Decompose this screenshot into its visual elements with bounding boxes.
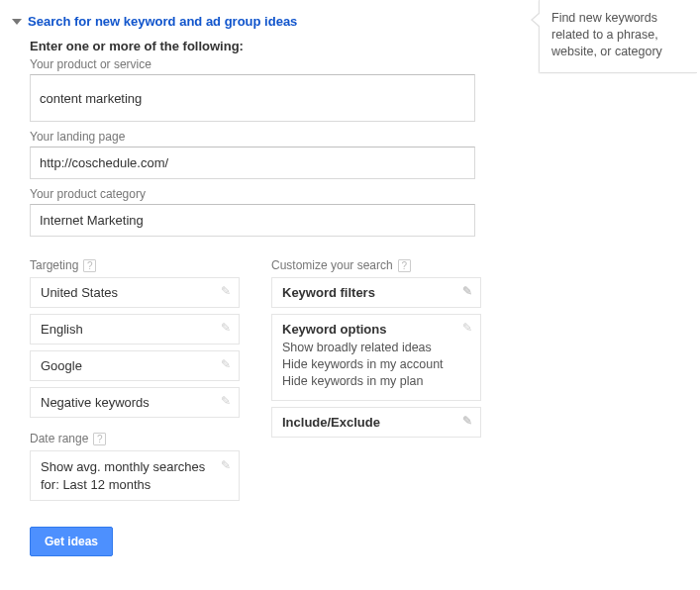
targeting-location-value: United States <box>41 285 118 300</box>
help-icon[interactable]: ? <box>398 259 411 272</box>
include-exclude-label: Include/Exclude <box>282 415 380 430</box>
targeting-network-value: Google <box>41 358 82 373</box>
help-icon[interactable]: ? <box>83 259 96 272</box>
keyword-options-line2: Hide keywords in my account <box>282 357 470 371</box>
customize-section-label: Customize your search ? <box>271 258 481 272</box>
keyword-options-title: Keyword options <box>282 322 470 337</box>
keyword-filters-box[interactable]: Keyword filters ✎ <box>271 277 481 308</box>
keyword-options-line1: Show broadly related ideas <box>282 341 470 354</box>
date-range-section-label: Date range ? <box>30 432 240 445</box>
date-range-line2: for: Last 12 months <box>41 476 229 494</box>
targeting-language-value: English <box>41 322 83 337</box>
targeting-section-label: Targeting ? <box>30 258 240 272</box>
landing-label: Your landing page <box>30 130 513 144</box>
category-label: Your product category <box>30 187 513 201</box>
date-range-line1: Show avg. monthly searches <box>41 458 229 476</box>
collapse-triangle-icon <box>12 19 22 25</box>
targeting-location[interactable]: United States ✎ <box>30 277 240 308</box>
help-icon[interactable]: ? <box>93 433 106 445</box>
keyword-filters-label: Keyword filters <box>282 285 375 300</box>
pencil-icon: ✎ <box>221 394 231 408</box>
pencil-icon: ✎ <box>221 321 231 335</box>
customize-label-text: Customize your search <box>271 258 393 272</box>
instruction-text: Enter one or more of the following: <box>30 39 513 53</box>
keyword-options-box[interactable]: ✎ Keyword options Show broadly related i… <box>271 314 481 401</box>
landing-input[interactable] <box>30 147 475 179</box>
section-title: Search for new keyword and ad group idea… <box>28 14 297 29</box>
section-header[interactable]: Search for new keyword and ad group idea… <box>12 14 513 29</box>
targeting-label-text: Targeting <box>30 258 78 272</box>
category-input[interactable] <box>30 204 475 237</box>
date-range-label-text: Date range <box>30 432 88 445</box>
customize-column: Customize your search ? Keyword filters … <box>271 258 481 501</box>
targeting-negative-value: Negative keywords <box>41 395 150 410</box>
product-field-block: Your product or service <box>30 57 513 122</box>
tooltip-text: Find new keywords related to a phrase, w… <box>551 11 662 58</box>
keyword-planner-form: Search for new keyword and ad group idea… <box>0 0 525 572</box>
include-exclude-box[interactable]: Include/Exclude ✎ <box>271 407 481 438</box>
targeting-language[interactable]: English ✎ <box>30 314 240 344</box>
category-field-block: Your product category <box>30 187 513 237</box>
keyword-options-line3: Hide keywords in my plan <box>282 374 470 388</box>
date-range-box[interactable]: ✎ Show avg. monthly searches for: Last 1… <box>30 450 240 501</box>
tooltip-panel: Find new keywords related to a phrase, w… <box>539 0 697 73</box>
targeting-column: Targeting ? United States ✎ English ✎ Go… <box>30 258 240 501</box>
pencil-icon: ✎ <box>462 414 472 428</box>
pencil-icon: ✎ <box>462 284 472 298</box>
pencil-icon: ✎ <box>221 357 231 371</box>
targeting-negative[interactable]: Negative keywords ✎ <box>30 387 240 418</box>
pencil-icon: ✎ <box>462 321 472 335</box>
product-label: Your product or service <box>30 57 513 71</box>
get-ideas-button[interactable]: Get ideas <box>30 527 113 556</box>
targeting-network[interactable]: Google ✎ <box>30 350 240 381</box>
landing-field-block: Your landing page <box>30 130 513 179</box>
pencil-icon: ✎ <box>221 284 231 298</box>
pencil-icon: ✎ <box>221 457 231 473</box>
product-input[interactable] <box>30 74 475 122</box>
